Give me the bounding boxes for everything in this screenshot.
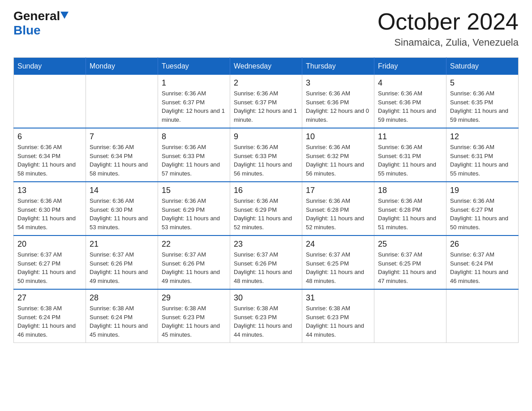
day-number: 8 — [162, 132, 226, 141]
day-info: Sunrise: 6:38 AMSunset: 6:23 PMDaylight:… — [306, 304, 370, 339]
calendar-cell: 10Sunrise: 6:36 AMSunset: 6:32 PMDayligh… — [302, 128, 374, 182]
calendar-cell: 7Sunrise: 6:36 AMSunset: 6:34 PMDaylight… — [86, 128, 158, 182]
calendar-cell: 25Sunrise: 6:37 AMSunset: 6:25 PMDayligh… — [374, 235, 446, 289]
day-info: Sunrise: 6:37 AMSunset: 6:26 PMDaylight:… — [162, 250, 226, 285]
day-number: 12 — [450, 132, 515, 141]
calendar-cell: 6Sunrise: 6:36 AMSunset: 6:34 PMDaylight… — [14, 128, 86, 182]
day-info: Sunrise: 6:36 AMSunset: 6:27 PMDaylight:… — [450, 197, 515, 231]
logo-general: General — [13, 9, 60, 23]
day-info: Sunrise: 6:36 AMSunset: 6:35 PMDaylight:… — [450, 89, 515, 124]
calendar-cell: 17Sunrise: 6:36 AMSunset: 6:28 PMDayligh… — [302, 182, 374, 235]
calendar-cell — [446, 289, 519, 343]
calendar-week-3: 13Sunrise: 6:36 AMSunset: 6:30 PMDayligh… — [14, 182, 519, 235]
calendar-header-tuesday: Tuesday — [158, 58, 230, 75]
page-header: General Blue October 2024 Sinamaica, Zul… — [13, 9, 519, 48]
day-info: Sunrise: 6:36 AMSunset: 6:28 PMDaylight:… — [306, 197, 370, 231]
day-info: Sunrise: 6:36 AMSunset: 6:29 PMDaylight:… — [234, 197, 298, 231]
main-title: October 2024 — [378, 9, 519, 34]
day-number: 19 — [450, 186, 515, 195]
day-number: 25 — [378, 240, 442, 249]
calendar-header-monday: Monday — [86, 58, 158, 75]
calendar-cell: 4Sunrise: 6:36 AMSunset: 6:36 PMDaylight… — [374, 75, 446, 128]
calendar-header-saturday: Saturday — [446, 58, 519, 75]
day-info: Sunrise: 6:36 AMSunset: 6:37 PMDaylight:… — [234, 89, 298, 124]
day-info: Sunrise: 6:37 AMSunset: 6:26 PMDaylight:… — [234, 250, 298, 285]
logo-arrow-icon — [60, 12, 69, 19]
day-info: Sunrise: 6:36 AMSunset: 6:36 PMDaylight:… — [306, 89, 370, 124]
day-info: Sunrise: 6:36 AMSunset: 6:37 PMDaylight:… — [162, 89, 226, 124]
calendar-cell — [14, 75, 86, 128]
calendar-header-sunday: Sunday — [14, 58, 86, 75]
day-info: Sunrise: 6:36 AMSunset: 6:28 PMDaylight:… — [378, 197, 442, 231]
calendar-cell: 23Sunrise: 6:37 AMSunset: 6:26 PMDayligh… — [230, 235, 302, 289]
day-number: 7 — [90, 132, 154, 141]
day-number: 4 — [378, 78, 442, 88]
day-number: 5 — [450, 78, 515, 88]
day-info: Sunrise: 6:36 AMSunset: 6:34 PMDaylight:… — [90, 143, 154, 178]
day-info: Sunrise: 6:36 AMSunset: 6:33 PMDaylight:… — [162, 143, 226, 178]
calendar-cell: 3Sunrise: 6:36 AMSunset: 6:36 PMDaylight… — [302, 75, 374, 128]
calendar-cell: 15Sunrise: 6:36 AMSunset: 6:29 PMDayligh… — [158, 182, 230, 235]
calendar-cell: 8Sunrise: 6:36 AMSunset: 6:33 PMDaylight… — [158, 128, 230, 182]
day-number: 13 — [17, 186, 82, 195]
calendar-cell: 26Sunrise: 6:37 AMSunset: 6:24 PMDayligh… — [446, 235, 519, 289]
day-info: Sunrise: 6:38 AMSunset: 6:23 PMDaylight:… — [234, 304, 298, 339]
calendar-header-thursday: Thursday — [302, 58, 374, 75]
day-number: 11 — [378, 132, 442, 141]
day-number: 18 — [378, 186, 442, 195]
calendar-table: SundayMondayTuesdayWednesdayThursdayFrid… — [13, 57, 519, 343]
calendar-week-4: 20Sunrise: 6:37 AMSunset: 6:27 PMDayligh… — [14, 235, 519, 289]
day-number: 3 — [306, 78, 370, 88]
day-number: 16 — [234, 186, 298, 195]
day-number: 26 — [450, 240, 515, 249]
calendar-cell: 13Sunrise: 6:36 AMSunset: 6:30 PMDayligh… — [14, 182, 86, 235]
calendar-week-5: 27Sunrise: 6:38 AMSunset: 6:24 PMDayligh… — [14, 289, 519, 343]
calendar-cell: 11Sunrise: 6:36 AMSunset: 6:31 PMDayligh… — [374, 128, 446, 182]
calendar-cell: 21Sunrise: 6:37 AMSunset: 6:26 PMDayligh… — [86, 235, 158, 289]
day-number: 27 — [17, 293, 82, 303]
day-info: Sunrise: 6:36 AMSunset: 6:31 PMDaylight:… — [378, 143, 442, 178]
calendar-header-row: SundayMondayTuesdayWednesdayThursdayFrid… — [14, 58, 519, 75]
day-info: Sunrise: 6:36 AMSunset: 6:29 PMDaylight:… — [162, 197, 226, 231]
logo: General Blue — [13, 9, 69, 38]
calendar-cell: 2Sunrise: 6:36 AMSunset: 6:37 PMDaylight… — [230, 75, 302, 128]
calendar-week-1: 1Sunrise: 6:36 AMSunset: 6:37 PMDaylight… — [14, 75, 519, 128]
svg-marker-0 — [60, 12, 69, 19]
day-number: 22 — [162, 240, 226, 249]
day-number: 17 — [306, 186, 370, 195]
title-section: October 2024 Sinamaica, Zulia, Venezuela — [378, 9, 519, 48]
calendar-header-wednesday: Wednesday — [230, 58, 302, 75]
day-info: Sunrise: 6:37 AMSunset: 6:25 PMDaylight:… — [378, 250, 442, 285]
calendar-cell: 30Sunrise: 6:38 AMSunset: 6:23 PMDayligh… — [230, 289, 302, 343]
day-info: Sunrise: 6:36 AMSunset: 6:32 PMDaylight:… — [306, 143, 370, 178]
calendar-cell — [86, 75, 158, 128]
day-info: Sunrise: 6:37 AMSunset: 6:24 PMDaylight:… — [450, 250, 515, 285]
day-info: Sunrise: 6:38 AMSunset: 6:24 PMDaylight:… — [90, 304, 154, 339]
day-number: 10 — [306, 132, 370, 141]
day-info: Sunrise: 6:36 AMSunset: 6:30 PMDaylight:… — [90, 197, 154, 231]
logo-blue: Blue — [13, 23, 41, 37]
day-number: 9 — [234, 132, 298, 141]
day-info: Sunrise: 6:36 AMSunset: 6:34 PMDaylight:… — [17, 143, 82, 178]
day-info: Sunrise: 6:37 AMSunset: 6:27 PMDaylight:… — [17, 250, 82, 285]
day-number: 21 — [90, 240, 154, 249]
day-info: Sunrise: 6:36 AMSunset: 6:31 PMDaylight:… — [450, 143, 515, 178]
calendar-cell: 19Sunrise: 6:36 AMSunset: 6:27 PMDayligh… — [446, 182, 519, 235]
day-info: Sunrise: 6:38 AMSunset: 6:23 PMDaylight:… — [162, 304, 226, 339]
day-info: Sunrise: 6:36 AMSunset: 6:30 PMDaylight:… — [17, 197, 82, 231]
day-number: 31 — [306, 293, 370, 303]
calendar-cell: 27Sunrise: 6:38 AMSunset: 6:24 PMDayligh… — [14, 289, 86, 343]
day-number: 2 — [234, 78, 298, 88]
calendar-cell: 18Sunrise: 6:36 AMSunset: 6:28 PMDayligh… — [374, 182, 446, 235]
day-number: 30 — [234, 293, 298, 303]
day-number: 23 — [234, 240, 298, 249]
day-number: 15 — [162, 186, 226, 195]
day-number: 6 — [17, 132, 82, 141]
day-info: Sunrise: 6:36 AMSunset: 6:36 PMDaylight:… — [378, 89, 442, 124]
day-number: 24 — [306, 240, 370, 249]
calendar-week-2: 6Sunrise: 6:36 AMSunset: 6:34 PMDaylight… — [14, 128, 519, 182]
calendar-cell: 28Sunrise: 6:38 AMSunset: 6:24 PMDayligh… — [86, 289, 158, 343]
day-info: Sunrise: 6:37 AMSunset: 6:25 PMDaylight:… — [306, 250, 370, 285]
calendar-cell: 1Sunrise: 6:36 AMSunset: 6:37 PMDaylight… — [158, 75, 230, 128]
day-number: 29 — [162, 293, 226, 303]
